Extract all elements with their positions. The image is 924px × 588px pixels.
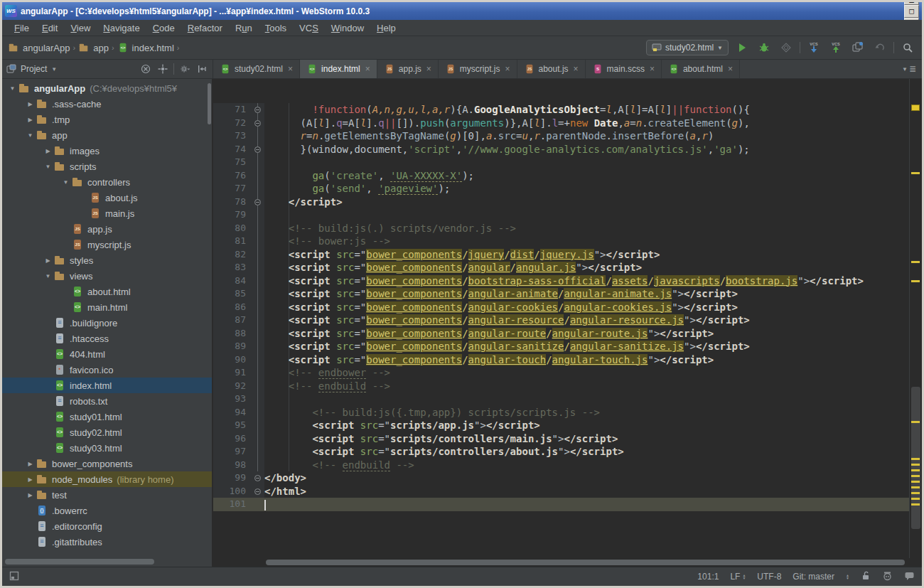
code-line-99[interactable]: 99</body>	[213, 471, 909, 485]
tree-item-.htaccess[interactable]: .htaccess	[2, 331, 212, 346]
fold-marker-icon[interactable]	[254, 488, 261, 495]
collapsed-arrow-icon[interactable]: ▶	[24, 461, 36, 467]
tree-item-.buildignore[interactable]: .buildignore	[2, 315, 212, 331]
code-line-92[interactable]: 92<!-- endbuild -->	[213, 380, 909, 393]
collapsed-arrow-icon[interactable]: ▶	[24, 101, 36, 107]
error-stripe[interactable]	[909, 79, 922, 558]
code-line-76[interactable]: 76ga('create', 'UA-XXXXX-X');	[213, 169, 909, 183]
menu-edit[interactable]: Edit	[36, 21, 64, 35]
menu-navigate[interactable]: Navigate	[97, 21, 146, 35]
code-line-94[interactable]: 94<!-- build:js({.tmp,app}) scripts/scri…	[213, 406, 909, 419]
run-config-selector[interactable]: study02.html ▼	[646, 40, 729, 55]
code-line-77[interactable]: 77ga('send', 'pageview');	[213, 182, 909, 196]
tree-item-node_modules[interactable]: ▶node_modules(library home)	[2, 471, 212, 487]
editor-tab-main.scss[interactable]: main.scss×	[586, 60, 662, 78]
close-tab-icon[interactable]: ×	[650, 64, 655, 74]
close-tab-icon[interactable]: ×	[728, 64, 733, 74]
tree-item-views[interactable]: ▼views	[2, 268, 212, 284]
tree-item-images[interactable]: ▶images	[2, 143, 212, 159]
code-line-73[interactable]: 73r=n.getElementsByTagName(g)[0],a.src=u…	[213, 129, 909, 143]
tree-item-about.js[interactable]: about.js	[2, 190, 212, 205]
editor-tab-index.html[interactable]: index.html×	[300, 60, 377, 78]
error-stripe-mark[interactable]	[911, 469, 920, 471]
fold-marker-icon[interactable]	[254, 146, 261, 153]
expanded-arrow-icon[interactable]: ▼	[60, 179, 72, 186]
menu-refactor[interactable]: Refactor	[181, 21, 229, 35]
debug-button[interactable]	[756, 39, 773, 56]
toolwindow-switcher-icon[interactable]	[9, 571, 19, 583]
run-button[interactable]	[734, 39, 751, 56]
vcs-commit-button[interactable]: VCS	[827, 39, 844, 56]
tree-item-app.js[interactable]: app.js	[2, 221, 212, 237]
code-line-91[interactable]: 91<!-- endbower -->	[213, 366, 909, 380]
event-log-balloon-icon[interactable]	[904, 571, 915, 583]
error-stripe-mark[interactable]	[911, 458, 920, 460]
tree-item-.tmp[interactable]: ▶.tmp	[2, 112, 212, 127]
fold-marker-icon[interactable]	[254, 475, 261, 481]
code-line-95[interactable]: 95<script src="scripts/app.js"></script>	[213, 419, 909, 432]
expanded-arrow-icon[interactable]: ▼	[42, 164, 54, 170]
code-line-86[interactable]: 86<script src="bower_components/angular-…	[213, 301, 909, 314]
project-vertical-scrollbar[interactable]	[208, 83, 211, 124]
settings-gear-icon[interactable]	[178, 63, 191, 75]
close-tab-icon[interactable]: ×	[574, 64, 579, 74]
fold-marker-icon[interactable]	[254, 107, 261, 113]
code-line-79[interactable]: 79	[213, 208, 909, 222]
tree-item-.editorconfig[interactable]: .editorconfig	[2, 518, 212, 534]
breadcrumb-app[interactable]: app	[78, 42, 109, 53]
code-line-72[interactable]: 72(A[l].q=A[l].q||[]).push(arguments)},A…	[213, 117, 909, 130]
tree-item-scripts[interactable]: ▼scripts	[2, 159, 212, 174]
error-stripe-mark[interactable]	[911, 503, 920, 506]
line-separator-selector[interactable]: LF▲▼	[730, 572, 746, 582]
menu-window[interactable]: Window	[325, 21, 370, 35]
lock-icon[interactable]	[861, 570, 871, 583]
menu-file[interactable]: File	[8, 21, 36, 35]
show-tabs-list-icon[interactable]: ▼≣	[896, 60, 922, 78]
error-stripe-mark[interactable]	[911, 498, 920, 500]
fold-marker-icon[interactable]	[254, 199, 261, 205]
expanded-arrow-icon[interactable]: ▼	[6, 85, 18, 92]
collapsed-arrow-icon[interactable]: ▶	[24, 492, 36, 498]
code-line-80[interactable]: 80<!-- build:js(.) scripts/vendor.js -->	[213, 222, 909, 235]
tree-item-angularApp[interactable]: ▼angularApp(C:¥develops¥html5¥	[2, 80, 212, 96]
code-line-88[interactable]: 88<script src="bower_components/angular-…	[213, 327, 909, 341]
menu-tools[interactable]: Tools	[259, 21, 293, 35]
tree-item-bower_components[interactable]: ▶bower_components	[2, 456, 212, 471]
maximize-button[interactable]: □	[904, 5, 919, 18]
tree-item-study03.html[interactable]: study03.html	[2, 440, 212, 456]
tree-item-404.html[interactable]: 404.html	[2, 346, 212, 362]
code-line-100[interactable]: 100</html>	[213, 485, 909, 498]
editor-tab-study02.html[interactable]: study02.html×	[213, 60, 300, 78]
editor-tab-myscript.js[interactable]: myscript.js×	[439, 60, 517, 78]
tree-item-.gitattributes[interactable]: .gitattributes	[2, 534, 212, 550]
code-line-98[interactable]: 98<!-- endbuild -->	[213, 459, 909, 472]
code-line-78[interactable]: 78</script>	[213, 196, 909, 209]
code-line-96[interactable]: 96<script src="scripts/controllers/main.…	[213, 432, 909, 446]
tree-item-main.html[interactable]: main.html	[2, 299, 212, 315]
editor-tab-about.js[interactable]: about.js×	[517, 60, 586, 78]
tree-item-styles[interactable]: ▶styles	[2, 252, 212, 268]
tree-item-about.html[interactable]: about.html	[2, 284, 212, 299]
vcs-update-button[interactable]: VCS	[805, 39, 822, 56]
expanded-arrow-icon[interactable]: ▼	[24, 132, 36, 139]
code-line-71[interactable]: 71!function(A,n,g,u,l,a,r){A.GoogleAnaly…	[213, 103, 909, 117]
collapsed-arrow-icon[interactable]: ▶	[24, 117, 36, 123]
close-tab-icon[interactable]: ×	[505, 64, 510, 74]
collapsed-arrow-icon[interactable]: ▶	[42, 257, 54, 264]
editor[interactable]: 71!function(A,n,g,u,l,a,r){A.GoogleAnaly…	[213, 79, 922, 567]
tree-item-test[interactable]: ▶test	[2, 487, 212, 503]
encoding-selector[interactable]: UTF-8	[757, 572, 781, 582]
menu-code[interactable]: Code	[146, 21, 181, 35]
tree-item-study02.html[interactable]: study02.html	[2, 424, 212, 440]
code-line-75[interactable]: 75	[213, 156, 909, 169]
vcs-branch-widget[interactable]: Git: master	[793, 572, 834, 582]
run-with-coverage-button[interactable]	[778, 39, 795, 56]
search-everywhere-button[interactable]	[899, 39, 916, 56]
tree-item-myscript.js[interactable]: myscript.js	[2, 237, 212, 252]
collapsed-arrow-icon[interactable]: ▶	[24, 476, 36, 483]
code-line-84[interactable]: 84<script src="bower_components/bootstra…	[213, 274, 909, 288]
code-line-81[interactable]: 81<!-- bower:js -->	[213, 235, 909, 248]
breadcrumb-angularApp[interactable]: angularApp	[8, 42, 70, 53]
code-line-93[interactable]: 93	[213, 392, 909, 406]
collapse-all-icon[interactable]	[139, 63, 152, 75]
